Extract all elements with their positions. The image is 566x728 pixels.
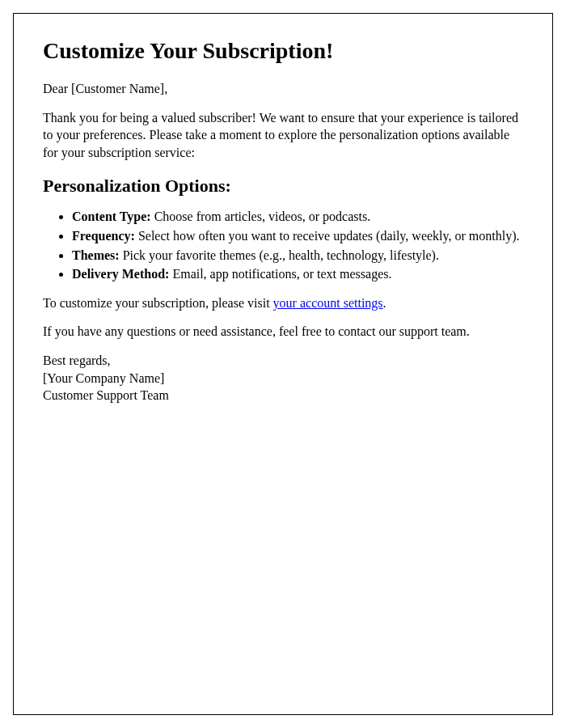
- option-desc: Pick your favorite themes (e.g., health,…: [120, 248, 439, 262]
- team-line: Customer Support Team: [43, 387, 523, 404]
- cta-prefix: To customize your subscription, please v…: [43, 296, 273, 310]
- cta-paragraph: To customize your subscription, please v…: [43, 294, 523, 312]
- signoff-block: Best regards, [Your Company Name] Custom…: [43, 352, 523, 404]
- option-desc: Choose from articles, videos, or podcast…: [151, 210, 371, 223]
- account-settings-link[interactable]: your account settings: [273, 296, 383, 310]
- option-label: Content Type:: [72, 210, 151, 223]
- list-item: Frequency: Select how often you want to …: [72, 227, 523, 245]
- section-heading: Personalization Options:: [43, 176, 523, 197]
- option-desc: Select how often you want to receive upd…: [135, 229, 520, 243]
- option-label: Delivery Method:: [72, 267, 169, 281]
- cta-suffix: .: [383, 296, 386, 310]
- option-label: Frequency:: [72, 229, 135, 243]
- document-page: Customize Your Subscription! Dear [Custo…: [13, 13, 553, 715]
- intro-paragraph: Thank you for being a valued subscriber!…: [43, 109, 523, 162]
- page-title: Customize Your Subscription!: [43, 38, 523, 64]
- closing-line: Best regards,: [43, 352, 523, 370]
- list-item: Themes: Pick your favorite themes (e.g.,…: [72, 247, 523, 265]
- greeting-line: Dear [Customer Name],: [43, 80, 523, 98]
- support-paragraph: If you have any questions or need assist…: [43, 323, 523, 341]
- list-item: Delivery Method: Email, app notification…: [72, 265, 523, 283]
- option-desc: Email, app notifications, or text messag…: [169, 267, 391, 281]
- company-line: [Your Company Name]: [43, 370, 523, 387]
- option-label: Themes:: [72, 248, 120, 262]
- list-item: Content Type: Choose from articles, vide…: [72, 208, 523, 226]
- options-list: Content Type: Choose from articles, vide…: [72, 208, 523, 282]
